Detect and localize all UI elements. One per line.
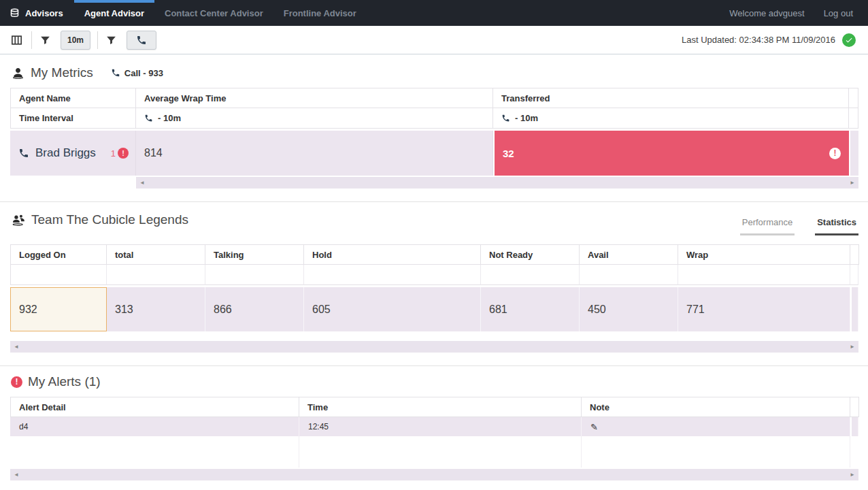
filter-row-cell [678,265,850,285]
team-horizontal-scrollbar[interactable]: ◄ ► [10,341,858,353]
my-metrics-table: Agent Name Average Wrap Time Transferred… [10,88,858,176]
alert-note-cell: ✎ [582,417,850,436]
filter-icon[interactable] [39,33,54,48]
col-header-average-wrap-time[interactable]: Average Wrap Time [136,88,493,108]
filter-icon-2[interactable] [105,33,120,48]
agent-name: Brad Briggs [35,146,96,160]
call-count-label: Call - 933 [124,68,163,78]
alert-exclamation-icon: ! [118,148,129,159]
alert-exclamation-icon: ! [11,376,22,388]
metrics-horizontal-scrollbar[interactable]: ◄ ► [136,177,858,189]
filter-row-cell [107,265,205,285]
scroll-right-icon[interactable]: ► [850,344,855,350]
agent-name-cell[interactable]: Brad Briggs 1 ! [10,131,136,176]
filter-row-cell [481,265,580,285]
team-title: Team The Cubicle Legends [31,212,188,227]
col-header-logged-on[interactable]: Logged On [10,244,107,265]
alert-detail-cell[interactable]: d4 [10,417,299,436]
welcome-text: Welcome advguest [720,0,814,26]
logout-link[interactable]: Log out [814,0,868,26]
scroll-left-icon[interactable]: ◄ [14,344,19,350]
alerts-horizontal-scrollbar[interactable]: ◄ ► [10,469,858,480]
filter-row-cell [580,265,678,285]
col-header-filler [849,88,858,108]
time-interval-label: Time Interval [10,108,136,129]
phone-icon [144,114,153,122]
toolbar: 10m Last Updated: 02:34:38 PM 11/09/2016 [0,26,868,54]
col-header-transferred[interactable]: Transferred [493,88,849,108]
interval-cell-transferred: - 10m [493,108,849,129]
team-table: Logged On total Talking Hold Not Ready A… [10,244,858,340]
phone-icon [111,68,120,78]
col-header-note[interactable]: Note [582,397,850,417]
top-navbar: Advisors Agent Advisor Contact Center Ad… [0,0,868,26]
my-alerts-title: My Alerts (1) [28,374,101,389]
transferred-alert-cell[interactable]: 32 ! [493,131,849,176]
total-cell[interactable]: 313 [107,287,205,331]
tab-frontline-advisor[interactable]: Frontline Advisor [273,0,367,26]
database-icon [10,7,20,18]
tab-performance[interactable]: Performance [740,213,795,235]
call-channel-chip: Call - 933 [111,68,163,78]
columns-icon[interactable] [10,33,24,48]
person-icon [11,66,25,80]
logged-on-cell[interactable]: 932 [10,287,107,331]
filter-row-cell [304,265,481,285]
channel-phone-button[interactable] [127,31,156,50]
threshold-exclamation-icon: ! [829,148,841,159]
team-header: Team The Cubicle Legends Performance Sta… [0,202,868,235]
scroll-right-icon[interactable]: ► [850,180,855,186]
my-metrics-title: My Metrics [31,65,93,80]
col-header-not-ready[interactable]: Not Ready [481,244,580,265]
advisors-brand[interactable]: Advisors [0,0,74,26]
average-wrap-time-cell[interactable]: 814 [136,131,493,176]
filter-row-cell [205,265,304,285]
my-alerts-header: ! My Alerts (1) [0,366,868,397]
agent-alert-badge[interactable]: 1 ! [111,148,129,159]
tab-contact-center-advisor[interactable]: Contact Center Advisor [154,0,273,26]
phone-icon [501,114,510,122]
last-updated-text: Last Updated: 02:34:38 PM 11/09/2016 [682,35,835,45]
phone-icon [136,35,147,46]
alert-time-cell: 12:45 [299,417,582,436]
team-icon [11,213,26,227]
alerts-table: Alert Detail Time Note d4 12:45 ✎ [10,397,858,468]
col-header-alert-detail[interactable]: Alert Detail [10,397,299,417]
col-header-avail[interactable]: Avail [580,244,678,265]
tab-agent-advisor[interactable]: Agent Advisor [74,0,154,26]
not-ready-cell[interactable]: 681 [481,287,580,331]
connection-ok-icon [842,33,856,47]
col-header-talking[interactable]: Talking [205,244,304,265]
talking-cell[interactable]: 866 [205,287,304,331]
col-header-wrap[interactable]: Wrap [678,244,850,265]
hold-cell[interactable]: 605 [304,287,481,331]
scroll-left-icon[interactable]: ◄ [14,472,19,478]
team-tabs: Performance Statistics [720,213,858,235]
edit-note-icon[interactable]: ✎ [590,422,598,432]
col-header-time[interactable]: Time [299,397,582,417]
col-header-hold[interactable]: Hold [304,244,481,265]
time-interval-button[interactable]: 10m [61,31,90,50]
filter-row-cell [10,265,107,285]
scroll-left-icon[interactable]: ◄ [139,180,145,186]
col-header-agent-name[interactable]: Agent Name [10,88,136,108]
wrap-cell[interactable]: 771 [678,287,850,331]
tab-statistics[interactable]: Statistics [815,213,858,235]
phone-icon [18,148,29,159]
avail-cell[interactable]: 450 [580,287,678,331]
interval-cell-wrap-time: - 10m [136,108,493,129]
my-metrics-header: My Metrics Call - 933 [0,54,868,88]
brand-label: Advisors [25,8,63,18]
col-header-total[interactable]: total [107,244,205,265]
scroll-right-icon[interactable]: ► [850,472,855,478]
